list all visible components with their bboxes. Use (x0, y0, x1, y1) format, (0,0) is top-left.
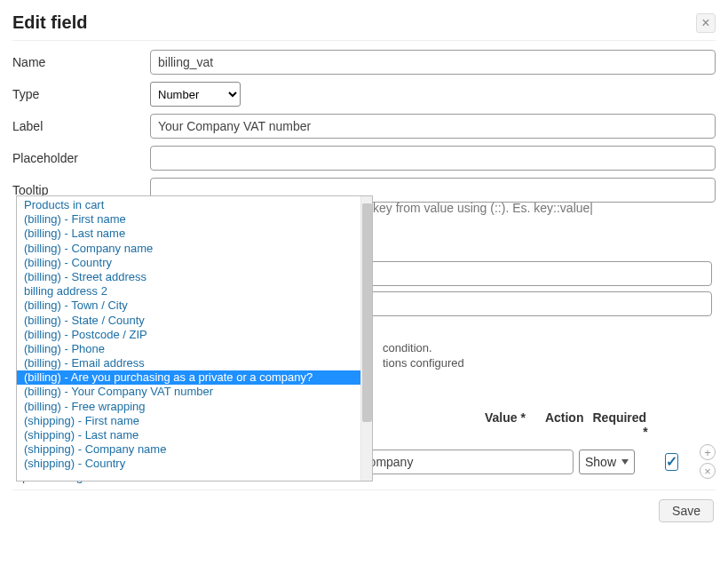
dropdown-option[interactable]: (billing) - Country (17, 256, 360, 270)
dropdown-option[interactable]: (billing) - Are you purchasing as a priv… (17, 370, 360, 385)
dropdown-option[interactable]: (billing) - Email address (17, 356, 360, 370)
close-icon: × (701, 16, 709, 30)
dropdown-option[interactable]: (shipping) - Company name (17, 442, 360, 457)
name-input[interactable] (150, 50, 716, 75)
save-button[interactable]: Save (659, 499, 714, 522)
options-placeholder-fragment: key from value using (::). Es. key::valu… (373, 201, 593, 215)
dropdown-option[interactable]: (billing) - Your Company VAT number (17, 385, 360, 399)
close-button[interactable]: × (696, 13, 716, 33)
dropdown-option[interactable]: (billing) - Company name (17, 242, 360, 256)
dropdown-option[interactable]: (billing) - Last name (17, 227, 360, 241)
note-line-1: condition. (383, 341, 716, 354)
label-input[interactable] (150, 114, 716, 139)
dropdown-option[interactable]: (shipping) - Country (17, 457, 360, 471)
dropdown-option[interactable]: (billing) - Postcode / ZIP (17, 328, 360, 342)
type-label: Type (12, 87, 150, 101)
placeholder-label: Placeholder (12, 151, 150, 165)
check-icon: ✓ (666, 453, 677, 470)
dropdown-option[interactable]: (billing) - Street address (17, 270, 360, 284)
dropdown-option[interactable]: (shipping) - First name (17, 414, 360, 428)
add-condition-button[interactable]: + (700, 444, 716, 460)
dropdown-option[interactable]: (billing) - First name (17, 212, 360, 227)
dropdown-option[interactable]: billing address 2 (17, 284, 360, 298)
label-label: Label (12, 119, 150, 133)
x-icon: × (704, 465, 711, 478)
dialog-title: Edit field (12, 12, 87, 33)
condition-action-select[interactable]: Show (579, 450, 635, 474)
dropdown-scrollbar[interactable] (360, 196, 372, 481)
remove-condition-button[interactable]: × (700, 463, 716, 479)
dropdown-option[interactable]: Products in cart (17, 198, 360, 212)
name-label: Name (12, 55, 150, 69)
dropdown-option[interactable]: (billing) - Free wrapping (17, 400, 360, 414)
note-line-2: tions configured (383, 356, 716, 370)
dialog-header: Edit field × (12, 12, 716, 41)
col-required-star: * (632, 425, 659, 439)
condition-action-text: Show (585, 455, 616, 469)
dropdown-option[interactable]: (shipping) - Last name (17, 428, 360, 442)
col-value: Value * (485, 410, 526, 425)
scrollbar-thumb[interactable] (362, 203, 372, 422)
dropdown-option[interactable]: (billing) - State / County (17, 314, 360, 328)
chevron-down-icon (621, 459, 629, 465)
condition-required-checkbox[interactable]: ✓ (665, 453, 678, 471)
field-dropdown-list[interactable]: Products in cart(billing) - First name(b… (17, 196, 360, 481)
col-action: Action (545, 410, 584, 425)
field-dropdown-popup: Products in cart(billing) - First name(b… (16, 195, 373, 481)
dropdown-option[interactable]: (billing) - Phone (17, 342, 360, 356)
col-required: Required (592, 410, 646, 425)
condition-value-input[interactable] (352, 450, 573, 474)
type-select[interactable]: Number (150, 82, 241, 107)
dropdown-option[interactable]: (billing) - Town / City (17, 298, 360, 313)
plus-icon: + (704, 446, 711, 459)
placeholder-input[interactable] (150, 146, 716, 171)
